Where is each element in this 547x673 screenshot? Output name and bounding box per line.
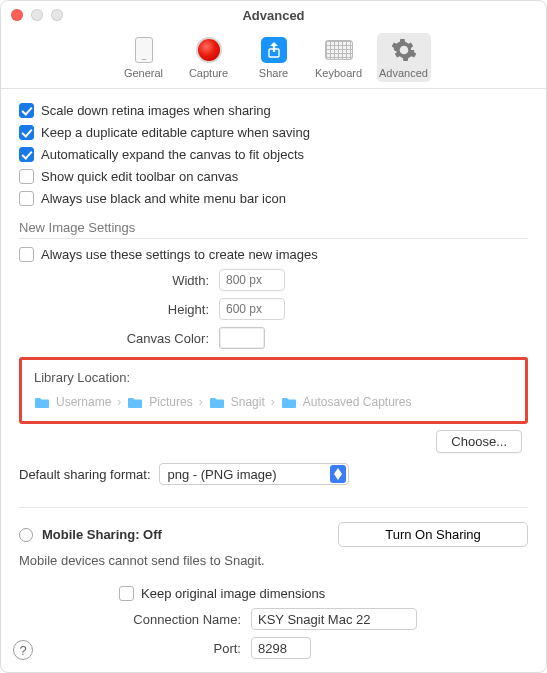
port-label: Port: xyxy=(19,641,251,656)
height-label: Height: xyxy=(19,302,219,317)
canvas-color-label: Canvas Color: xyxy=(19,331,219,346)
chevron-right-icon: › xyxy=(117,395,121,409)
canvas-color-swatch[interactable] xyxy=(219,327,265,349)
checkbox-label: Keep original image dimensions xyxy=(141,586,325,601)
select-value: png - (PNG image) xyxy=(168,467,277,482)
choose-button[interactable]: Choose... xyxy=(436,430,522,453)
folder-icon xyxy=(127,396,143,409)
divider xyxy=(19,238,528,239)
connection-name-label: Connection Name: xyxy=(19,612,251,627)
checkbox-label: Show quick edit toolbar on canvas xyxy=(41,169,238,184)
sharing-format-select[interactable]: png - (PNG image) xyxy=(159,463,349,485)
checkbox-scale-down[interactable] xyxy=(19,103,34,118)
share-icon xyxy=(261,37,287,63)
updown-icon xyxy=(330,465,346,483)
sharing-format-label: Default sharing format: xyxy=(19,467,159,482)
tab-capture[interactable]: Capture xyxy=(182,33,236,82)
breadcrumb-segment[interactable]: Username xyxy=(56,395,111,409)
breadcrumb-segment[interactable]: Autosaved Captures xyxy=(303,395,412,409)
preferences-window: Advanced General Capture Share Keyboard … xyxy=(0,0,547,673)
breadcrumb: Username › Pictures › Snagit › Autosaved… xyxy=(34,395,513,409)
library-location-box: Library Location: Username › Pictures › … xyxy=(19,357,528,424)
turn-on-sharing-button[interactable]: Turn On Sharing xyxy=(338,522,528,547)
checkbox-bw-menubar[interactable] xyxy=(19,191,34,206)
tab-keyboard[interactable]: Keyboard xyxy=(312,33,366,82)
checkbox-label: Always use these settings to create new … xyxy=(41,247,318,262)
keyboard-icon xyxy=(325,40,353,60)
library-title: Library Location: xyxy=(34,370,513,385)
checkbox-quick-edit[interactable] xyxy=(19,169,34,184)
width-input[interactable] xyxy=(219,269,285,291)
tab-share[interactable]: Share xyxy=(247,33,301,82)
mobile-sharing-radio[interactable] xyxy=(19,528,33,542)
help-button[interactable]: ? xyxy=(13,640,33,660)
checkbox-label: Automatically expand the canvas to fit o… xyxy=(41,147,304,162)
port-input[interactable] xyxy=(251,637,311,659)
checkbox-keep-duplicate[interactable] xyxy=(19,125,34,140)
mobile-sharing-label: Mobile Sharing: Off xyxy=(42,527,162,542)
tab-label: Keyboard xyxy=(315,67,362,79)
checkbox-always-settings[interactable] xyxy=(19,247,34,262)
breadcrumb-segment[interactable]: Snagit xyxy=(231,395,265,409)
tab-label: Advanced xyxy=(379,67,428,79)
tab-advanced[interactable]: Advanced xyxy=(377,33,431,82)
connection-name-input[interactable] xyxy=(251,608,417,630)
chevron-right-icon: › xyxy=(199,395,203,409)
folder-icon xyxy=(281,396,297,409)
titlebar: Advanced xyxy=(1,1,546,29)
record-icon xyxy=(196,37,222,63)
folder-icon xyxy=(209,396,225,409)
chevron-right-icon: › xyxy=(271,395,275,409)
tab-general[interactable]: General xyxy=(117,33,171,82)
section-header: New Image Settings xyxy=(19,220,528,235)
phone-icon xyxy=(135,37,153,63)
height-input[interactable] xyxy=(219,298,285,320)
window-title: Advanced xyxy=(1,8,546,23)
gear-icon xyxy=(390,36,418,64)
checkbox-label: Always use black and white menu bar icon xyxy=(41,191,286,206)
preferences-toolbar: General Capture Share Keyboard Advanced xyxy=(1,29,546,89)
width-label: Width: xyxy=(19,273,219,288)
checkbox-label: Scale down retina images when sharing xyxy=(41,103,271,118)
tab-label: General xyxy=(124,67,163,79)
checkbox-auto-expand[interactable] xyxy=(19,147,34,162)
divider xyxy=(19,507,528,508)
checkbox-label: Keep a duplicate editable capture when s… xyxy=(41,125,310,140)
tab-label: Capture xyxy=(189,67,228,79)
content-area: Scale down retina images when sharing Ke… xyxy=(1,89,546,672)
checkbox-keep-original-dims[interactable] xyxy=(119,586,134,601)
folder-icon xyxy=(34,396,50,409)
mobile-sharing-subtext: Mobile devices cannot send files to Snag… xyxy=(19,553,528,568)
breadcrumb-segment[interactable]: Pictures xyxy=(149,395,192,409)
tab-label: Share xyxy=(259,67,288,79)
